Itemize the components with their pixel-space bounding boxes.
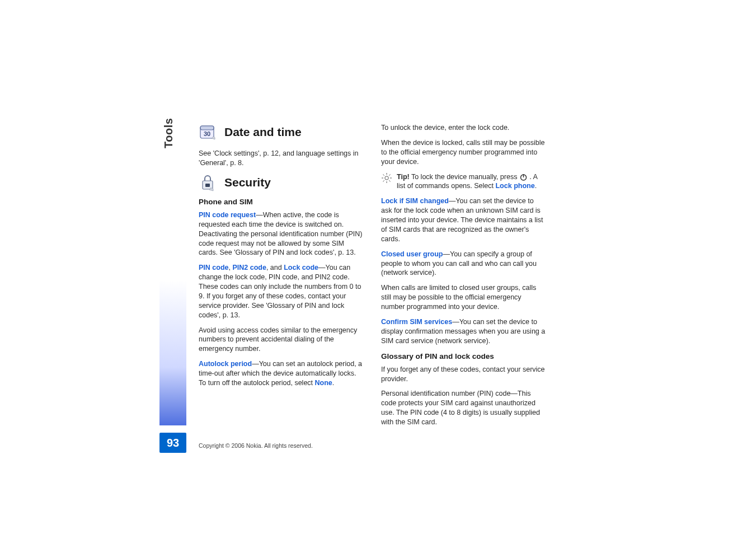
codes-body: —You can change the lock code, PIN code,… xyxy=(199,264,361,318)
phone-and-sim-heading: Phone and SIM xyxy=(199,197,363,207)
column-left: 30 Date and time See 'Clock settings', p… xyxy=(199,123,363,433)
cug-limited-body: When calls are limited to closed user gr… xyxy=(381,283,546,312)
autolock-body-b: . xyxy=(332,379,334,387)
glossary-body-2: Personal identification number (PIN) cod… xyxy=(381,389,546,427)
date-time-body: See 'Clock settings', p. 12, and languag… xyxy=(199,149,363,168)
lock-if-sim-changed-label: Lock if SIM changed xyxy=(381,197,449,205)
lock-icon xyxy=(199,174,217,191)
tip-body-c: . xyxy=(535,182,537,190)
calendar-icon: 30 xyxy=(199,123,217,141)
tip-lightbulb-icon xyxy=(381,172,392,184)
avoid-paragraph: Avoid using access codes similar to the … xyxy=(199,326,363,354)
tip-row: Tip! To lock the device manually, press … xyxy=(381,172,546,191)
unlock-body: To unlock the device, enter the lock cod… xyxy=(381,123,546,133)
tip-label: Tip! xyxy=(397,173,410,181)
lock-phone-label: Lock phone xyxy=(495,182,534,190)
svg-line-10 xyxy=(383,174,384,175)
glossary-body-1: If you forget any of these codes, contac… xyxy=(381,365,546,384)
svg-line-12 xyxy=(383,180,384,181)
security-title: Security xyxy=(224,175,271,190)
glossary-heading: Glossary of PIN and lock codes xyxy=(381,352,546,362)
footer-copyright: Copyright © 2006 Nokia. All rights reser… xyxy=(199,442,313,449)
svg-point-5 xyxy=(385,176,388,179)
confirm-sim-services-label: Confirm SIM services xyxy=(381,318,452,326)
svg-rect-1 xyxy=(200,126,214,130)
tip-text: Tip! To lock the device manually, press … xyxy=(397,172,546,191)
autolock-period-label: Autolock period xyxy=(199,360,252,368)
sidebar-gradient xyxy=(159,280,186,425)
confirm-sim-paragraph: Confirm SIM services—You can set the dev… xyxy=(381,317,546,346)
svg-rect-4 xyxy=(205,184,210,187)
codes-paragraph: PIN code, PIN2 code, and Lock code—You c… xyxy=(199,263,363,320)
pin-code-request-paragraph: PIN code request—When active, the code i… xyxy=(199,210,363,257)
page-content: 30 Date and time See 'Clock settings', p… xyxy=(199,123,546,433)
svg-text:30: 30 xyxy=(204,130,210,137)
tip-body-a: To lock the device manually, press xyxy=(410,173,519,181)
page-number: 93 xyxy=(159,433,186,453)
chapter-label: Tools xyxy=(162,118,175,148)
power-button-icon xyxy=(519,173,528,181)
lock-sim-paragraph: Lock if SIM changed—You can set the devi… xyxy=(381,196,546,243)
lock-code-label: Lock code xyxy=(284,264,318,271)
autolock-none-label: None xyxy=(315,379,332,387)
pin-code-request-label: PIN code request xyxy=(199,211,256,219)
cug-paragraph: Closed user group—You can specify a grou… xyxy=(381,250,546,278)
pin2-code-label: PIN2 code xyxy=(232,264,266,271)
date-time-header: 30 Date and time xyxy=(199,123,363,141)
locked-calls-body: When the device is locked, calls still m… xyxy=(381,138,546,167)
svg-line-13 xyxy=(389,174,390,175)
security-header: Security xyxy=(199,174,363,191)
column-right: To unlock the device, enter the lock cod… xyxy=(381,123,546,433)
autolock-paragraph: Autolock period—You can set an autolock … xyxy=(199,359,363,388)
closed-user-group-label: Closed user group xyxy=(381,250,443,258)
pin-code-label: PIN code xyxy=(199,264,229,271)
svg-line-11 xyxy=(389,180,390,181)
date-time-title: Date and time xyxy=(224,124,302,140)
